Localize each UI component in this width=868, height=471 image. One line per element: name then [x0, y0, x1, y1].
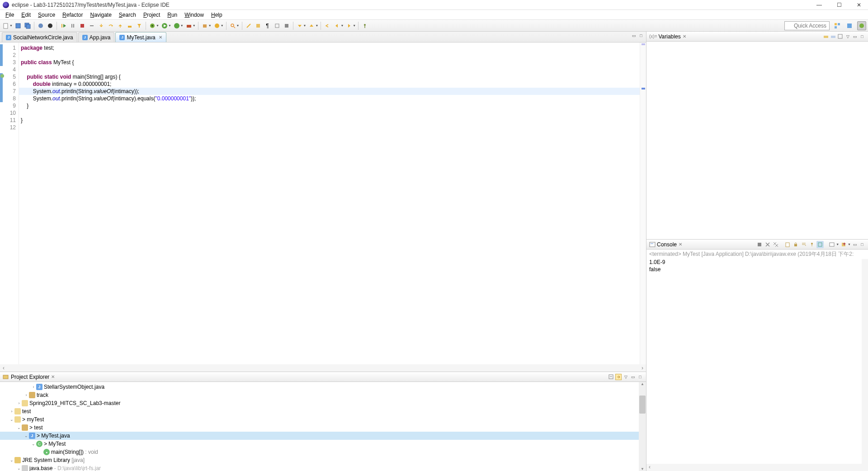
editor-tab[interactable]: JMyTest.java✕	[115, 32, 166, 42]
suspend-button[interactable]	[69, 22, 77, 30]
menu-source[interactable]: Source	[34, 11, 59, 19]
maximize-button[interactable]: ☐	[833, 0, 845, 9]
quick-access-input[interactable]	[784, 21, 830, 30]
menu-search[interactable]: Search	[115, 11, 140, 19]
explorer-max-button[interactable]: □	[637, 374, 643, 380]
skip-breakpoints-button[interactable]	[46, 22, 54, 30]
menu-refactor[interactable]: Refactor	[59, 11, 86, 19]
step-over-button[interactable]	[107, 22, 115, 30]
menu-edit[interactable]: Edit	[18, 11, 34, 19]
link-editor-button[interactable]	[615, 374, 622, 380]
debug-perspective-button[interactable]	[857, 21, 866, 30]
console-display-button[interactable]	[828, 241, 835, 248]
editor-hscroll[interactable]: ‹ ›	[0, 364, 646, 372]
code-body[interactable]: 123456789101112 package test;public clas…	[0, 42, 646, 364]
prev-annotation-button[interactable]	[307, 22, 316, 30]
next-annotation-button[interactable]	[296, 22, 304, 30]
console-open-button[interactable]: +	[840, 241, 847, 248]
step-return-button[interactable]	[116, 22, 124, 30]
tree-row[interactable]: ›track	[0, 391, 646, 399]
minimize-button[interactable]: —	[813, 0, 826, 9]
scroll-right-icon[interactable]: ›	[639, 365, 646, 371]
back-button[interactable]	[333, 22, 341, 30]
tree-row[interactable]: ⌄> myTest	[0, 415, 646, 424]
tree-expander-icon[interactable]: ›	[31, 385, 36, 389]
last-edit-button[interactable]	[323, 22, 331, 30]
tree-expander-icon[interactable]: ⌄	[24, 433, 29, 438]
menu-window[interactable]: Window	[181, 11, 208, 19]
tree-row[interactable]: ›JStellarSystemObject.java	[0, 383, 646, 391]
tab-close-icon[interactable]: ✕	[159, 35, 162, 40]
tree-row[interactable]: ⌄C> MyTest	[0, 440, 646, 448]
tree-scrollbar[interactable]: ▲ ▼	[639, 382, 646, 471]
tree-expander-icon[interactable]: ⌄	[9, 458, 14, 462]
disconnect-button[interactable]	[88, 22, 96, 30]
step-into-button[interactable]	[97, 22, 105, 30]
console-pin-button[interactable]	[808, 241, 816, 248]
new-class-button[interactable]	[213, 22, 221, 30]
console-clear-button[interactable]	[784, 241, 791, 248]
editor-tab[interactable]: JSocialNetworkCircle.java	[2, 32, 77, 42]
console-scroll-lock-button[interactable]	[792, 241, 799, 248]
tree-row[interactable]: ⌄java.base - D:\java\lib\jrt-fs.jar	[0, 464, 646, 471]
show-whitespace-button[interactable]: ¶	[264, 22, 272, 30]
console-show-on-output-button[interactable]	[816, 241, 824, 248]
console-min-button[interactable]: ▭	[852, 241, 858, 248]
tree-expander-icon[interactable]: ⌄	[16, 466, 22, 471]
vars-min-button[interactable]: ▭	[852, 33, 858, 40]
tree-row[interactable]: ⌄J> MyTest.java	[0, 432, 646, 440]
vars-show-logical-button[interactable]	[830, 33, 836, 40]
tree-row[interactable]: ●main(String[]) : void	[0, 448, 646, 456]
save-button[interactable]	[14, 22, 22, 30]
variables-body[interactable]	[646, 42, 868, 239]
ext-tools-button[interactable]	[185, 22, 193, 30]
editor-minimize-button[interactable]: ▭	[631, 33, 637, 39]
new-button[interactable]	[2, 22, 10, 30]
tree-expander-icon[interactable]: ›	[9, 409, 14, 414]
overview-ruler[interactable]	[640, 42, 646, 364]
tree-row[interactable]: ›test	[0, 407, 646, 415]
toggle-block-button[interactable]	[254, 22, 262, 30]
console-remove-button[interactable]	[764, 241, 771, 248]
view-menu-button[interactable]: ▽	[623, 374, 629, 380]
vars-menu-button[interactable]: ▽	[844, 33, 851, 40]
save-all-button[interactable]	[24, 22, 32, 30]
toolbar-btn-a[interactable]	[273, 22, 281, 30]
toggle-breakpoint-button[interactable]	[37, 22, 45, 30]
code-lines[interactable]: package test;public class MyTest { publi…	[19, 42, 640, 364]
java-perspective-button[interactable]	[845, 21, 854, 30]
console-remove-all-button[interactable]	[772, 241, 779, 248]
menu-navigate[interactable]: Navigate	[86, 11, 115, 19]
vars-max-button[interactable]: □	[859, 33, 865, 40]
menu-help[interactable]: Help	[208, 11, 226, 19]
vars-collapse-button[interactable]	[837, 33, 844, 40]
resume-button[interactable]	[59, 22, 67, 30]
coverage-button[interactable]	[173, 22, 181, 30]
search-button[interactable]	[229, 22, 237, 30]
console-vscroll[interactable]	[862, 259, 868, 464]
console-word-wrap-button[interactable]	[800, 241, 807, 248]
project-tree[interactable]: ›JStellarSystemObject.java›track›Spring2…	[0, 382, 646, 471]
console-terminate-button[interactable]	[756, 241, 763, 248]
menu-file[interactable]: File	[2, 11, 18, 19]
tree-expander-icon[interactable]: ⌄	[16, 425, 22, 430]
drop-to-frame-button[interactable]	[126, 22, 134, 30]
toolbar-btn-b[interactable]	[283, 22, 291, 30]
run-button[interactable]	[160, 22, 169, 30]
debug-button[interactable]	[148, 22, 156, 30]
tree-expander-icon[interactable]: ›	[24, 393, 29, 397]
console-output[interactable]: 1.0E-9false	[646, 259, 868, 464]
editor-maximize-button[interactable]: □	[638, 33, 644, 39]
collapse-all-button[interactable]	[608, 374, 614, 380]
scroll-left-icon[interactable]: ‹	[0, 365, 7, 371]
step-filters-button[interactable]	[135, 22, 143, 30]
tree-expander-icon[interactable]: ⌄	[31, 442, 36, 446]
vars-show-type-button[interactable]	[823, 33, 829, 40]
tree-expander-icon[interactable]: ›	[16, 401, 22, 405]
tree-row[interactable]: ›Spring2019_HITCS_SC_Lab3-master	[0, 399, 646, 407]
toggle-mark-button[interactable]	[245, 22, 253, 30]
tree-expander-icon[interactable]: ⌄	[9, 417, 14, 422]
new-package-button[interactable]	[201, 22, 209, 30]
tree-row[interactable]: ⌄> test	[0, 424, 646, 432]
terminate-button[interactable]	[78, 22, 86, 30]
